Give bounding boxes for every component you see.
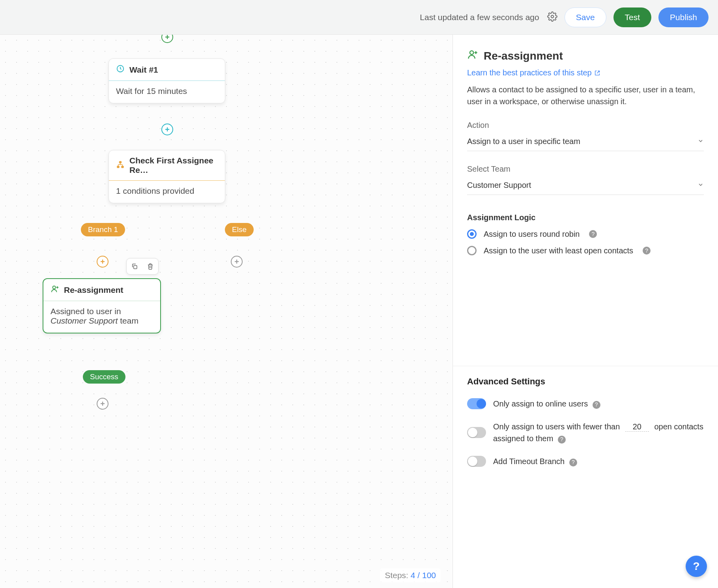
add-node-top[interactable]: + — [161, 35, 173, 43]
help-icon[interactable]: ? — [569, 459, 577, 466]
svg-rect-2 — [119, 161, 122, 163]
branch-label-branch1[interactable]: Branch 1 — [81, 223, 125, 236]
help-icon[interactable]: ? — [643, 247, 651, 255]
node-reassign-body: Assigned to user in Customer Support tea… — [43, 301, 160, 333]
add-node-after-wait[interactable]: + — [161, 124, 173, 135]
gear-icon[interactable] — [547, 11, 557, 23]
branch-label-else[interactable]: Else — [225, 223, 254, 236]
help-icon[interactable]: ? — [593, 401, 600, 409]
toggle-fewer-than[interactable]: Only assign to users with fewer than ope… — [467, 421, 704, 444]
delete-button[interactable] — [142, 258, 158, 274]
advanced-settings-title: Advanced Settings — [467, 376, 704, 387]
node-branch-body: 1 conditions provided — [109, 181, 225, 203]
toggle-online-only[interactable]: Only assign to online users ? — [467, 398, 704, 410]
toggle-off-icon — [467, 427, 486, 438]
logic-label: Assignment Logic — [467, 213, 704, 222]
help-icon[interactable]: ? — [589, 230, 597, 238]
svg-point-0 — [551, 15, 553, 18]
node-wait-title: Wait #1 — [129, 65, 158, 75]
svg-rect-3 — [117, 166, 120, 168]
action-select[interactable]: Assign to a user in specific team — [467, 132, 704, 151]
logic-option-roundrobin[interactable]: Assign to users round robin ? — [467, 229, 704, 239]
steps-counter: Steps: 4 / 100 — [380, 568, 441, 582]
flow-canvas[interactable]: + + + + + Wait #1 Wait for 15 minutes Ch… — [0, 35, 453, 588]
test-button[interactable]: Test — [613, 7, 652, 27]
node-reassign-title: Re-assignment — [64, 285, 123, 295]
action-label: Action — [467, 121, 704, 130]
node-reassignment[interactable]: Re-assignment Assigned to user in Custom… — [43, 278, 161, 333]
side-panel: Re-assignment Learn the best practices o… — [453, 35, 718, 588]
last-updated-text: Last updated a few seconds ago — [420, 13, 539, 22]
chevron-down-icon — [697, 137, 704, 146]
help-icon[interactable]: ? — [558, 436, 566, 444]
user-plus-icon — [467, 49, 478, 63]
svg-point-6 — [53, 286, 56, 289]
radio-unchecked-icon — [467, 246, 477, 255]
svg-point-7 — [470, 51, 473, 54]
fewer-than-input[interactable] — [625, 422, 649, 432]
logic-option-leastopen[interactable]: Assign to the user with least open conta… — [467, 246, 704, 255]
svg-rect-4 — [122, 166, 124, 168]
team-label: Select Team — [467, 165, 704, 174]
connector — [103, 213, 237, 214]
add-node-after-success[interactable]: + — [97, 398, 108, 410]
radio-checked-icon — [467, 229, 477, 239]
node-branch[interactable]: Check First Assignee Re… 1 conditions pr… — [108, 150, 225, 203]
panel-title: Re-assignment — [467, 49, 704, 63]
save-button[interactable]: Save — [565, 7, 606, 27]
topbar: Last updated a few seconds ago Save Test… — [0, 0, 718, 35]
user-plus-icon — [50, 285, 59, 295]
add-node-else[interactable]: + — [231, 256, 243, 268]
team-select[interactable]: Customer Support — [467, 176, 704, 195]
node-wait[interactable]: Wait #1 Wait for 15 minutes — [108, 58, 225, 103]
toggle-timeout-branch[interactable]: Add Timeout Branch ? — [467, 455, 704, 467]
add-node-branch1[interactable]: + — [97, 256, 108, 268]
chevron-down-icon — [697, 181, 704, 190]
main: + + + + + Wait #1 Wait for 15 minutes Ch… — [0, 35, 718, 588]
node-wait-body: Wait for 15 minutes — [109, 81, 225, 103]
toggle-off-icon — [467, 456, 486, 467]
branch-icon — [116, 160, 125, 171]
publish-button[interactable]: Publish — [658, 7, 709, 27]
node-branch-title: Check First Assignee Re… — [129, 156, 218, 175]
success-label[interactable]: Success — [83, 370, 125, 384]
clock-icon — [116, 64, 125, 75]
node-toolbox — [126, 258, 159, 275]
svg-rect-5 — [134, 266, 137, 269]
toggle-on-icon — [467, 398, 486, 409]
help-fab[interactable]: ? — [686, 556, 707, 577]
learn-link[interactable]: Learn the best practices of this step — [467, 68, 600, 77]
panel-description: Allows a contact to be assigned to a spe… — [467, 84, 704, 107]
copy-button[interactable] — [127, 258, 142, 274]
